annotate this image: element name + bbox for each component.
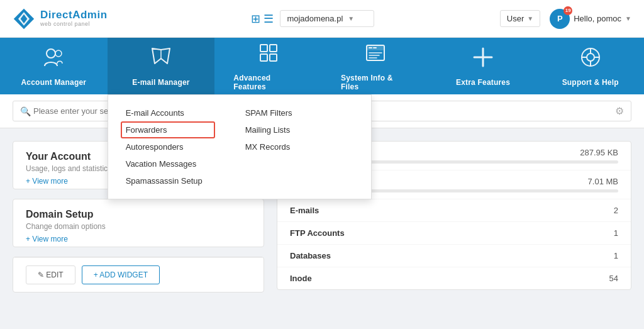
nav-support-help[interactable]: Support & Help [536, 38, 644, 94]
stat-ftp-value: 1 [614, 228, 618, 238]
nav-account-manager-label: Account Manager [21, 78, 86, 87]
nav-email-manager-label: E-mail Manager [132, 78, 190, 87]
svg-point-4 [55, 50, 62, 57]
nav-advanced-features[interactable]: Advanced Features [214, 38, 322, 94]
domain-setup-view-more[interactable]: + View more [26, 235, 68, 243]
stat-disk-space-value: 287.95 KB [580, 148, 618, 157]
dropdown-col-1: E-mail Accounts Forwarders Autoresponder… [108, 101, 228, 192]
svg-rect-8 [270, 45, 277, 52]
user-caret-icon: ▼ [527, 15, 533, 22]
brand-sub: web control panel [40, 21, 108, 28]
grid-view-icon[interactable]: ⊞ [251, 12, 260, 26]
stat-ftp-label: FTP Accounts [290, 228, 345, 238]
stat-inode-value: 54 [609, 274, 618, 283]
nav-extra-features[interactable]: Extra Features [430, 38, 537, 94]
header-center: ⊞ ☰ mojadomena.pl ▼ [126, 10, 500, 27]
domain-setup-card: Domain Setup Change domain options + Vie… [13, 199, 264, 247]
widget-controls: ✎ EDIT + ADD WIDGET [13, 257, 264, 293]
header: DirectAdmin web control panel ⊞ ☰ mojado… [0, 0, 644, 38]
stat-inode: Inode 54 [277, 267, 631, 289]
widget-controls-footer: ✎ EDIT + ADD WIDGET [13, 257, 264, 292]
user-role-button[interactable]: User ▼ [500, 10, 540, 27]
user-menu[interactable]: P 19 Hello, pomoc ▼ [550, 9, 631, 29]
stat-emails-label: E-mails [290, 206, 319, 215]
logo-icon [13, 8, 35, 30]
domain-setup-subtitle: Change domain options [26, 222, 251, 231]
domain-selector[interactable]: mojadomena.pl ▼ [280, 10, 374, 27]
svg-rect-7 [260, 45, 267, 52]
header-right: User ▼ P 19 Hello, pomoc ▼ [500, 9, 631, 29]
svg-point-21 [587, 53, 594, 61]
stat-ftp: FTP Accounts 1 [277, 222, 631, 245]
system-info-icon [364, 42, 387, 69]
extra-features-icon [472, 46, 494, 73]
list-view-icon[interactable]: ☰ [264, 12, 274, 26]
account-manager-icon [42, 46, 65, 73]
logo-area: DirectAdmin web control panel [13, 8, 126, 30]
advanced-features-icon [257, 42, 280, 69]
dropdown-spam-filters[interactable]: SPAM Filters [240, 104, 335, 121]
nav-advanced-features-label: Advanced Features [233, 74, 303, 91]
dropdown-email-accounts[interactable]: E-mail Accounts [121, 104, 215, 121]
nav-system-info[interactable]: System Info & Files [322, 38, 430, 94]
search-icon: 🔍 [20, 106, 31, 116]
stat-inode-label: Inode [290, 274, 312, 283]
domain-setup-header: Domain Setup Change domain options + Vie… [13, 199, 264, 247]
avatar: P 19 [550, 9, 570, 29]
email-manager-icon [150, 46, 172, 73]
logo-text: DirectAdmin web control panel [40, 9, 108, 28]
stat-emails-value: 2 [614, 206, 618, 215]
nav-support-help-label: Support & Help [562, 78, 619, 87]
stat-databases-value: 1 [614, 251, 618, 260]
dropdown-mailing-lists[interactable]: Mailing Lists [240, 121, 335, 138]
view-toggle: ⊞ ☰ [251, 12, 274, 26]
dropdown-mx-records[interactable]: MX Records [240, 138, 335, 155]
nav-account-manager[interactable]: Account Manager [0, 38, 108, 94]
stat-databases-label: Databases [290, 251, 331, 260]
dropdown-autoresponders[interactable]: Autoresponders [121, 138, 215, 155]
dropdown-vacation-messages[interactable]: Vacation Messages [121, 155, 215, 172]
settings-icon[interactable]: ⚙ [615, 105, 624, 117]
domain-value: mojadomena.pl [287, 14, 343, 23]
brand-name: DirectAdmin [40, 9, 108, 21]
edit-button[interactable]: ✎ EDIT [26, 265, 75, 284]
user-role-label: User [507, 14, 524, 23]
nav-bar: Account Manager E-mail Manager E-mail Ac… [0, 38, 644, 94]
stat-databases: Databases 1 [277, 245, 631, 267]
dropdown-spamassassin[interactable]: Spamassassin Setup [121, 172, 215, 189]
stat-bandwidth-value: 7.01 MB [588, 177, 618, 186]
nav-system-info-label: System Info & Files [341, 74, 411, 91]
your-account-view-more[interactable]: + View more [26, 177, 68, 186]
dropdown-forwarders[interactable]: Forwarders [121, 121, 215, 138]
svg-point-3 [47, 49, 55, 58]
email-dropdown: E-mail Accounts Forwarders Autoresponder… [108, 94, 372, 199]
hello-caret-icon: ▼ [625, 15, 631, 22]
domain-setup-title: Domain Setup [26, 209, 251, 220]
svg-rect-10 [270, 54, 277, 61]
support-help-icon [579, 46, 602, 73]
nav-email-manager[interactable]: E-mail Manager E-mail Accounts Forwarder… [108, 38, 215, 94]
add-widget-button[interactable]: + ADD WIDGET [82, 265, 160, 284]
hello-label: Hello, pomoc [574, 14, 621, 23]
dropdown-col-2: SPAM Filters Mailing Lists MX Records [228, 101, 347, 192]
avatar-badge: 19 [564, 6, 572, 15]
stat-emails: E-mails 2 [277, 199, 631, 222]
domain-caret-icon: ▼ [348, 15, 354, 22]
nav-extra-features-label: Extra Features [456, 78, 510, 87]
svg-rect-9 [260, 54, 267, 61]
